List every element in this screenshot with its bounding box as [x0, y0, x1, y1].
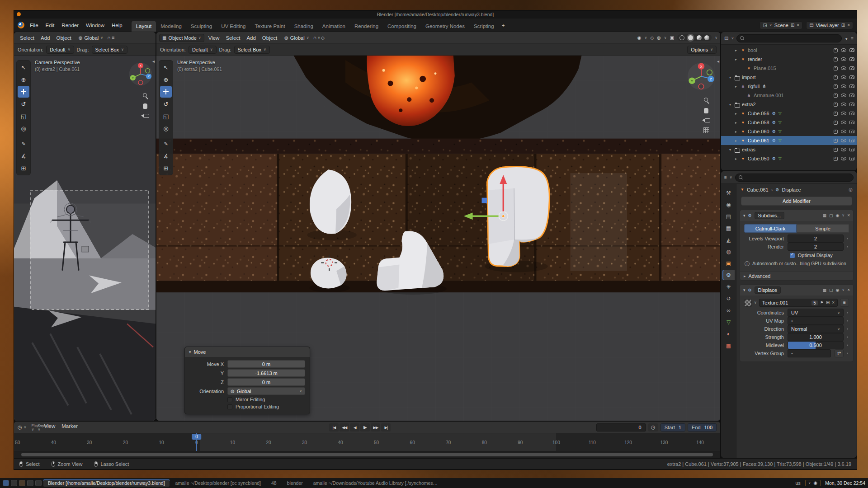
property-value-field[interactable]: 2 [788, 235, 844, 243]
properties-tab[interactable] [722, 211, 735, 221]
realtime-toggle-icon[interactable] [829, 288, 833, 292]
workspace-tab[interactable]: Geometry Nodes [421, 21, 469, 32]
zoom-icon[interactable] [703, 97, 709, 103]
properties-tab[interactable] [722, 340, 735, 351]
workspace-tab[interactable]: UV Editing [217, 21, 250, 32]
gizmos-icon[interactable] [650, 36, 654, 40]
solid-shading-icon[interactable] [688, 35, 693, 40]
tool-button[interactable] [18, 61, 29, 73]
viewport-menu[interactable]: View [205, 34, 223, 42]
outliner-options-icon[interactable] [851, 36, 854, 41]
snap-magnet-icon[interactable] [107, 35, 111, 40]
disclosure-caret-icon[interactable] [734, 121, 738, 125]
new-scene-icon[interactable] [791, 23, 794, 28]
disclosure-caret-icon[interactable] [734, 48, 738, 52]
remove-modifier-icon[interactable] [847, 213, 850, 218]
current-frame-field[interactable]: 0 [596, 423, 646, 432]
property-value-field[interactable]: Normal [788, 325, 844, 333]
move-panel-header[interactable]: Move [185, 347, 310, 357]
launcher-app-icon[interactable] [27, 480, 33, 486]
tool-button[interactable] [18, 86, 29, 98]
remove-modifier-icon[interactable] [847, 288, 850, 292]
transport-button[interactable] [381, 423, 391, 432]
timeline-menu[interactable]: View [41, 422, 58, 433]
selectable-checkbox[interactable] [834, 148, 838, 152]
workspace-tab[interactable]: Sculpting [186, 21, 217, 32]
sidebar-toggle-icon[interactable] [717, 59, 719, 64]
operator-checkbox-row[interactable]: Mirror Editing [227, 397, 305, 402]
property-value-field[interactable]: 0.500 [788, 341, 844, 349]
viewport-menu[interactable]: Object [259, 34, 280, 42]
disclosure-caret-icon[interactable] [734, 57, 738, 61]
disclosure-caret-icon[interactable] [728, 75, 732, 80]
viewport-menu[interactable]: Add [243, 34, 259, 42]
tool-button[interactable] [18, 110, 29, 122]
hide-viewport-eye-icon[interactable] [841, 139, 846, 142]
blender-logo-icon[interactable] [18, 22, 24, 28]
extras-dropdown-icon[interactable] [842, 214, 844, 217]
window-titlebar[interactable]: Blender [/home/amalie/Desktop/blender/ru… [14, 10, 857, 19]
tray-expand-icon[interactable] [808, 481, 811, 485]
outliner-item[interactable]: Cube.050 [721, 154, 857, 163]
property-value-field[interactable]: 1.000 [788, 333, 844, 341]
filter-funnel-icon[interactable] [844, 35, 848, 42]
breadcrumb-item[interactable]: Displace [782, 187, 801, 192]
subdivision-type-button[interactable]: Catmull-Clark [744, 224, 797, 233]
transform-orientation-dropdown[interactable]: Global [75, 34, 106, 42]
transport-button[interactable] [329, 423, 339, 432]
workspace-tab[interactable]: Scripting [469, 21, 499, 32]
properties-tab[interactable] [722, 235, 735, 245]
properties-tab[interactable] [722, 317, 735, 327]
hide-viewport-eye-icon[interactable] [841, 130, 846, 133]
menu-item[interactable]: File [26, 21, 42, 30]
scrollbar-thumb[interactable] [21, 453, 713, 456]
frame-end-field[interactable]: End100 [688, 423, 717, 432]
tool-button[interactable] [160, 98, 172, 110]
outliner-item[interactable]: Cube.058 [721, 118, 857, 127]
disclosure-caret-icon[interactable] [734, 157, 738, 161]
extras-dropdown-icon[interactable] [842, 288, 844, 292]
collapse-caret-icon[interactable] [743, 214, 745, 218]
unlink-scene-icon[interactable] [797, 23, 799, 28]
add-workspace-button[interactable]: + [499, 20, 508, 31]
workspace-tab[interactable]: Compositing [383, 21, 421, 32]
object-visibility-icon[interactable] [637, 36, 642, 40]
checkbox[interactable] [227, 404, 232, 409]
orientation-default-dropdown[interactable]: Default [189, 46, 217, 54]
transport-button[interactable] [350, 423, 359, 432]
fake-user-icon[interactable] [820, 301, 824, 305]
timeline-editor-icon[interactable] [18, 425, 22, 430]
viewport-menu[interactable]: Select [17, 34, 38, 42]
texture-users-badge[interactable]: 5 [811, 300, 818, 305]
collapse-caret-icon[interactable] [743, 288, 745, 292]
hide-render-camera-icon[interactable] [849, 103, 854, 106]
render-toggle-icon[interactable] [835, 288, 839, 292]
outliner-item[interactable]: Cube.056 [721, 109, 857, 118]
modifier-name-field[interactable]: Displace [755, 286, 781, 294]
taskbar-window-button[interactable]: Blender [/home/amalie/Desktop/blender/ru… [43, 479, 170, 487]
hide-render-camera-icon[interactable] [849, 148, 854, 151]
taskbar-window-button[interactable]: 48 [267, 479, 281, 487]
playhead-frame-label[interactable]: 0 [192, 434, 202, 440]
properties-tab[interactable] [722, 328, 735, 339]
operator-checkbox-row[interactable]: Proportional Editing [227, 404, 305, 409]
taskbar-window-button[interactable]: blender [283, 479, 307, 487]
zoom-icon[interactable] [142, 93, 148, 99]
workspace-tab[interactable]: Layout [132, 21, 156, 32]
timeline-menu[interactable]: Marker [58, 422, 81, 433]
selectable-checkbox[interactable] [834, 94, 838, 98]
selectable-checkbox[interactable] [834, 103, 838, 107]
hide-viewport-eye-icon[interactable] [841, 94, 846, 97]
disclosure-caret-icon[interactable] [734, 139, 738, 143]
disclosure-caret-icon[interactable] [734, 130, 738, 134]
disclosure-caret-icon[interactable] [728, 103, 732, 107]
texture-thumbnail-icon[interactable] [744, 299, 752, 307]
disclosure-caret-icon[interactable] [734, 84, 738, 89]
xray-toggle-icon[interactable] [670, 36, 674, 40]
timeline-ruler[interactable]: -50-40-30-20-100102030405060708090100110… [14, 433, 720, 451]
tool-button[interactable] [18, 150, 29, 162]
tool-button[interactable] [160, 150, 172, 162]
tool-button[interactable] [160, 138, 172, 150]
clock[interactable]: Mon, 30 Dec 22:54 [825, 480, 865, 486]
orientation-dropdown[interactable]: Global [227, 387, 305, 395]
